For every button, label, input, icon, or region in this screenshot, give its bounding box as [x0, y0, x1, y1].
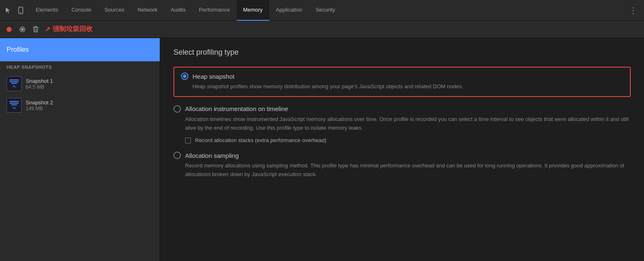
- main-layout: Profiles HEAP SNAPSHOTS % Snapshot 1 64.…: [0, 38, 644, 261]
- snapshot-2-name: Snapshot 2: [26, 99, 53, 106]
- heap-snapshots-header: HEAP SNAPSHOTS: [0, 61, 160, 73]
- content-panel: Select profiling type Heap snapshot Heap…: [160, 38, 644, 261]
- allocation-timeline-option[interactable]: Allocation instrumentation on timeline A…: [173, 105, 631, 144]
- record-button[interactable]: [3, 24, 15, 35]
- heap-snapshot-label: Heap snapshot: [193, 73, 234, 80]
- snapshot-icon-2: %: [7, 98, 22, 113]
- allocation-sampling-option[interactable]: Allocation sampling Record memory alloca…: [173, 152, 631, 179]
- more-tabs-button[interactable]: ⋮: [626, 5, 641, 15]
- mobile-icon[interactable]: [16, 5, 26, 15]
- allocation-stacks-label: Record allocation stacks (extra performa…: [195, 137, 326, 143]
- devtools-icons: [3, 5, 26, 15]
- snapshot-1-name: Snapshot 1: [26, 78, 53, 84]
- svg-rect-4: [21, 28, 24, 31]
- allocation-sampling-radio[interactable]: [173, 152, 181, 159]
- tab-sources[interactable]: Sources: [98, 0, 131, 21]
- heap-snapshot-option[interactable]: Heap snapshot Heap snapshot profiles sho…: [173, 67, 631, 97]
- snapshot-icon-1: %: [7, 76, 22, 91]
- panel-title: Select profiling type: [173, 48, 631, 57]
- allocation-timeline-label: Allocation instrumentation on timeline: [185, 105, 288, 112]
- allocation-stacks-row: Record allocation stacks (extra performa…: [173, 137, 631, 143]
- tab-console[interactable]: Console: [65, 0, 98, 21]
- svg-point-1: [20, 12, 21, 13]
- sidebar: Profiles HEAP SNAPSHOTS % Snapshot 1 64.…: [0, 38, 160, 261]
- clear-button[interactable]: [30, 24, 41, 35]
- profiles-section-header[interactable]: Profiles: [0, 38, 160, 61]
- allocation-timeline-desc: Allocation timelines show instrumented J…: [173, 115, 631, 133]
- tab-audits[interactable]: Audits: [164, 0, 192, 21]
- allocation-stacks-checkbox[interactable]: [185, 138, 191, 143]
- snapshot-item-1[interactable]: % Snapshot 1 64.5 MB: [0, 73, 160, 94]
- toolbar: ↗ 强制垃圾回收: [0, 21, 644, 38]
- cursor-icon[interactable]: [3, 5, 13, 15]
- svg-point-2: [7, 27, 12, 32]
- allocation-timeline-radio[interactable]: [173, 105, 181, 113]
- heap-snapshot-desc: Heap snapshot profiles show memory distr…: [181, 82, 623, 91]
- allocation-sampling-label: Allocation sampling: [185, 152, 239, 159]
- tab-application[interactable]: Application: [269, 0, 309, 21]
- tab-network[interactable]: Network: [131, 0, 164, 21]
- snapshot-2-size: 149 MB: [26, 106, 53, 111]
- allocation-sampling-desc: Record memory allocations using sampling…: [173, 162, 631, 179]
- tab-elements[interactable]: Elements: [29, 0, 65, 21]
- gc-arrow-icon[interactable]: ↗: [45, 25, 50, 33]
- heap-snapshot-radio[interactable]: [181, 72, 188, 80]
- tab-memory[interactable]: Memory: [237, 0, 269, 21]
- stop-button[interactable]: [17, 24, 28, 35]
- snapshot-item-2[interactable]: % Snapshot 2 149 MB: [0, 94, 160, 116]
- tab-bar: Elements Console Sources Network Audits …: [0, 0, 644, 21]
- snapshot-1-size: 64.5 MB: [26, 84, 53, 90]
- tab-security[interactable]: Security: [309, 0, 342, 21]
- gc-label: 强制垃圾回收: [53, 25, 93, 34]
- tab-performance[interactable]: Performance: [192, 0, 236, 21]
